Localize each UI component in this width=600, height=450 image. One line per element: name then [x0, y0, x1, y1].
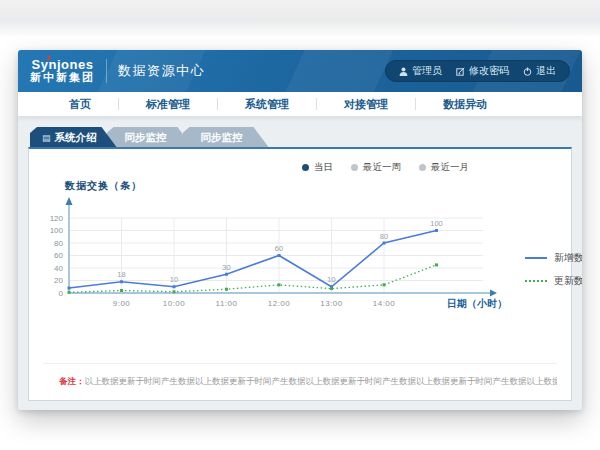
x-tick-label: 10:00	[163, 299, 186, 308]
data-point	[68, 287, 71, 290]
filter-option-last-month[interactable]: 最近一月	[419, 161, 469, 174]
logout-button[interactable]: 退出	[523, 64, 556, 78]
power-icon	[523, 67, 532, 76]
x-tick-label: 12:00	[268, 299, 291, 308]
tab-sync-monitor-2[interactable]: 同步监控	[183, 127, 269, 147]
tab-bar: ▤系统介绍 同步监控 同步监控	[30, 127, 572, 147]
data-point	[120, 280, 123, 283]
user-toolbar: 管理员 修改密码 退出	[385, 60, 570, 82]
nav-item-integration-mgmt[interactable]: 对接管理	[316, 98, 415, 110]
point-label: 30	[222, 263, 230, 272]
y-tick-label: 120	[50, 214, 64, 223]
nav-item-data-change[interactable]: 数据异动	[415, 98, 514, 110]
app-title: 数据资源中心	[118, 62, 205, 80]
point-label: 18	[117, 270, 125, 279]
user-icon	[399, 67, 408, 76]
change-password-button[interactable]: 修改密码	[456, 64, 509, 78]
tab-label: 系统介绍	[55, 131, 97, 143]
x-tick-label: 11:00	[216, 299, 238, 308]
tab-system-intro[interactable]: ▤系统介绍	[30, 127, 117, 147]
y-tick-label: 100	[50, 226, 64, 235]
y-tick-label: 0	[59, 289, 64, 298]
range-filter-group: 当日 最近一周 最近一月	[29, 149, 571, 174]
point-label: 60	[275, 244, 283, 253]
solid-line-swatch	[525, 257, 547, 259]
y-tick-label: 20	[54, 276, 63, 285]
current-user-label: 管理员	[412, 64, 442, 78]
tab-sync-monitor-1[interactable]: 同步监控	[107, 127, 193, 147]
nav-item-standard-mgmt[interactable]: 标准管理	[118, 98, 217, 110]
radio-icon	[351, 164, 358, 171]
logo-letters: njones	[49, 57, 94, 72]
data-point	[383, 242, 386, 245]
y-tick-label: 40	[54, 264, 63, 273]
footnote-text: 以上数据更新于时间产生数据以上数据更新于时间产生数据以上数据更新于时间产生数据以…	[85, 376, 558, 386]
legend-label: 更新数据	[554, 274, 582, 288]
data-point	[383, 283, 386, 286]
logout-label: 退出	[536, 64, 556, 78]
nav-item-system-mgmt[interactable]: 系统管理	[217, 98, 316, 110]
data-point	[173, 290, 176, 293]
tab-label: 同步监控	[201, 131, 243, 143]
dotted-line-swatch	[525, 280, 547, 282]
radio-icon	[419, 164, 426, 171]
legend-item-new-data[interactable]: 新增数据	[525, 251, 582, 265]
x-axis-arrow	[490, 290, 497, 297]
data-point	[225, 288, 228, 291]
y-axis-title: 数据交换（条）	[65, 179, 142, 193]
app-header: Synjones 新中新集团 数据资源中心 管理员 修改密码	[18, 50, 582, 92]
filter-label: 最近一月	[431, 161, 469, 174]
edit-icon	[456, 67, 465, 76]
x-tick-label: 13:00	[320, 299, 343, 308]
logo: Synjones 新中新集团	[30, 58, 95, 83]
legend-item-updated-data[interactable]: 更新数据	[525, 274, 582, 288]
data-point	[435, 263, 438, 266]
current-user-button[interactable]: 管理员	[399, 64, 442, 78]
y-tick-label: 80	[54, 239, 63, 248]
logo-company-name: 新中新集团	[30, 72, 95, 84]
data-point	[120, 289, 123, 292]
y-tick-label: 60	[54, 251, 63, 260]
chart-row: 0204060801001209:0010:0011:0012:0013:001…	[35, 193, 582, 321]
filter-label: 当日	[314, 161, 333, 174]
data-point	[435, 229, 438, 232]
logo-red-accent: y	[41, 57, 49, 72]
x-tick-label: 14:00	[373, 299, 396, 308]
data-point	[173, 285, 176, 288]
filter-option-last-week[interactable]: 最近一周	[351, 161, 401, 174]
data-point	[225, 273, 228, 276]
chart-legend: 新增数据 更新数据	[525, 251, 582, 321]
point-label: 10	[327, 275, 335, 284]
point-label: 100	[430, 219, 443, 228]
legend-label: 新增数据	[554, 251, 582, 265]
page-top-band	[0, 0, 600, 36]
document-icon: ▤	[42, 133, 51, 143]
footnote: 备注：以上数据更新于时间产生数据以上数据更新于时间产生数据以上数据更新于时间产生…	[43, 363, 557, 388]
change-password-label: 修改密码	[469, 64, 509, 78]
point-label: 10	[170, 275, 178, 284]
exchange-line-chart: 0204060801001209:0010:0011:0012:0013:001…	[35, 193, 521, 321]
nav-item-home[interactable]: 首页	[42, 98, 118, 110]
page: Synjones 新中新集团 数据资源中心 管理员 修改密码	[0, 0, 600, 450]
app-window: Synjones 新中新集团 数据资源中心 管理员 修改密码	[18, 50, 582, 410]
radio-icon	[302, 164, 309, 171]
x-tick-label: 9:00	[113, 299, 131, 308]
content-area: ▤系统介绍 同步监控 同步监控 当日 最近一周 最近一月 数据交换（条） 020…	[18, 117, 582, 401]
data-point	[68, 291, 71, 294]
y-axis-arrow	[66, 197, 73, 205]
point-label: 80	[380, 232, 388, 241]
logo-wordmark: Synjones	[30, 58, 95, 72]
data-point	[330, 287, 333, 290]
main-nav: 首页 标准管理 系统管理 对接管理 数据异动	[18, 92, 582, 117]
data-point	[278, 283, 281, 286]
filter-label: 最近一周	[363, 161, 401, 174]
logo-letter: S	[32, 57, 41, 72]
chart-panel: 当日 最近一周 最近一月 数据交换（条） 0204060801001209:00…	[28, 147, 572, 401]
tab-label: 同步监控	[125, 131, 167, 143]
header-divider	[106, 59, 107, 83]
filter-option-today[interactable]: 当日	[302, 161, 333, 174]
data-point	[278, 254, 281, 257]
x-axis-title: 日期（小时）	[447, 298, 507, 309]
footnote-prefix: 备注：	[59, 376, 85, 386]
